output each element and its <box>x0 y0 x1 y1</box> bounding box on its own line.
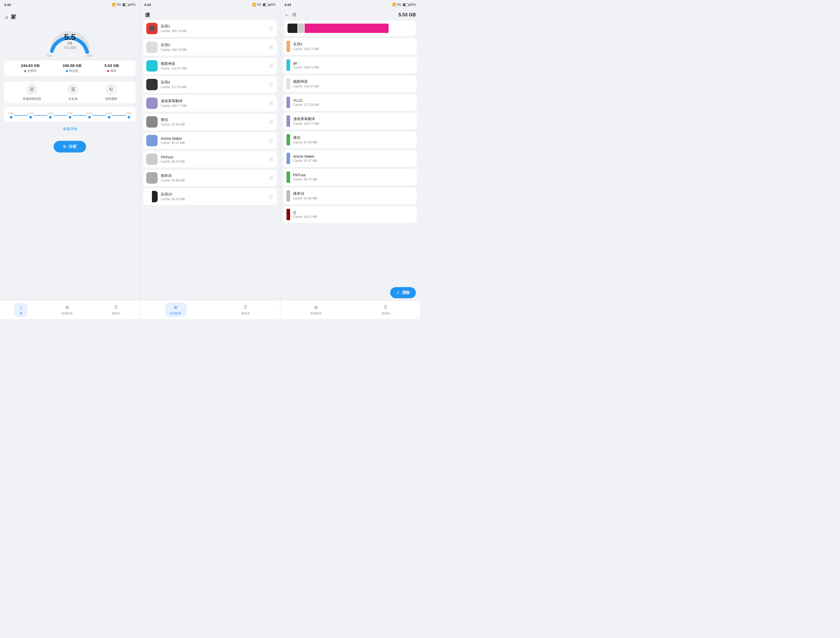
back-button[interactable]: ← <box>284 12 290 18</box>
stat-used: 240.58 GB 用过的 <box>63 63 82 73</box>
detail-color-0 <box>286 41 290 52</box>
realtime-cache-icon: ↻ <box>106 84 117 95</box>
nav-apps-icon-1: ≋ <box>65 304 69 310</box>
realtime-cache-button[interactable]: ↻ 实时缓存 <box>105 84 117 101</box>
chart-seg-0 <box>287 24 298 33</box>
app-size-0: Cache: 358.73 MB <box>161 29 268 33</box>
app-size-2: Cache: 130.47 MB <box>161 66 268 70</box>
nav-more-1[interactable]: ⠿ 更多的 <box>107 303 125 317</box>
detail-total: 5.53 GB <box>398 12 416 17</box>
wifi-icon-1: 5G <box>117 3 121 6</box>
list-item[interactable]: 痛单词 Cache: 54.88 MB › <box>143 169 276 186</box>
nav-apps-3[interactable]: ≋ 应用程序 <box>305 303 327 317</box>
list-item[interactable]: 漫画屏幕翻译 Cache: 108.77 MB › <box>143 95 276 111</box>
app-icon-5 <box>146 116 158 128</box>
gauge-pct-right: 100% <box>86 54 93 57</box>
detail-color-1 <box>286 59 290 71</box>
whitelist-label: 白名单 <box>68 97 78 101</box>
nav-more-label-2: 更多的 <box>242 312 250 315</box>
nav-apps-label-1: 应用程序 <box>62 312 73 315</box>
progress-dots-row: 0 KB 0 KB 0 KB 0 KB 0 KB <box>8 112 131 119</box>
detail-short-title: 缓 <box>292 12 296 17</box>
detail-size-7: Cache: 68.76 MB <box>293 178 414 181</box>
detail-item-3: VLLO Cache: 127.29 MB <box>283 94 417 111</box>
app-info-6: Anime Maker Cache: 85.37 MB <box>161 136 268 145</box>
status-right-2: 📶 5G 40% <box>252 3 276 6</box>
bottom-nav-3: ≋ 应用程序 ⠿ 更多的 <box>280 300 420 319</box>
detail-item-7: PKPure Cache: 68.76 MB <box>283 169 417 185</box>
dot-red <box>107 70 109 72</box>
nav-more-2[interactable]: ⠿ 更多的 <box>236 303 255 317</box>
signal-icon-1: 📶 <box>112 3 116 6</box>
detail-info-5: 微信 Cache: 87.95 MB <box>293 135 414 144</box>
app-info-9: 应用10 Cache: 50.01 MB <box>161 192 268 201</box>
detail-name-1: ge <box>293 61 414 65</box>
app-icon-9 <box>146 191 158 202</box>
progress-section: 0 KB 0 KB 0 KB 0 KB 0 KB <box>4 107 136 122</box>
battery-1 <box>123 3 128 6</box>
nav-more-3[interactable]: ⠿ 更多的 <box>376 303 395 317</box>
clean-button[interactable]: ✓ 清除 <box>390 287 416 298</box>
app-icon-3 <box>146 79 158 90</box>
dot-blue <box>66 70 68 72</box>
list-item[interactable]: 应用10 Cache: 50.01 MB › <box>143 188 276 205</box>
app-info-5: 微信 Cache: 87.95 MB <box>161 117 268 126</box>
detail-color-9 <box>286 209 290 220</box>
app-size-4: Cache: 108.77 MB <box>161 104 268 108</box>
battery-pct-3: 40% <box>410 3 416 6</box>
chevron-6: › <box>268 138 274 143</box>
nav-apps-label-2: 应用程序 <box>170 312 182 315</box>
list-item[interactable]: 微信 Cache: 87.95 MB › <box>143 114 276 130</box>
list-item[interactable]: 应用2 Cache: 248.73 MB › <box>143 39 276 55</box>
chevron-8: › <box>268 175 274 180</box>
analyze-button[interactable]: ↻ 分析 <box>54 141 86 152</box>
nav-more-label-1: 更多的 <box>112 312 120 315</box>
app-name-2: 截图神器 <box>161 62 268 66</box>
app-name-6: Anime Maker <box>161 136 268 141</box>
app-icon-6 <box>146 135 158 146</box>
nav-home-1[interactable]: ⌂ 家 <box>14 303 28 317</box>
whitelist-icon: ☰ <box>68 84 79 95</box>
nav-home-icon-1: ⌂ <box>19 304 22 310</box>
detail-color-3 <box>286 97 290 108</box>
detail-size-0: Cache: 358.73 MB <box>293 47 414 51</box>
detail-name-5: 微信 <box>293 135 414 140</box>
list-item[interactable]: 应用1 Cache: 358.73 MB › <box>143 20 276 37</box>
app-info-2: 截图神器 Cache: 130.47 MB <box>161 62 268 70</box>
nav-more-icon-2: ⠿ <box>244 304 248 310</box>
chevron-0: › <box>268 26 274 31</box>
app-name-3: 应用4 <box>161 80 268 85</box>
stat-total: 244.63 GB 全部的 <box>21 63 39 73</box>
app-name-4: 漫画屏幕翻译 <box>161 99 268 103</box>
detail-name-2: 截图神器 <box>293 79 414 84</box>
app-list: 应用1 Cache: 358.73 MB › 应用2 Cache: 248.73… <box>140 20 280 319</box>
detail-item-1: ge Cache: 248.73 MB <box>283 57 417 73</box>
list-item[interactable]: 应用4 Cache: 127.29 MB › <box>143 76 276 93</box>
app-info-4: 漫画屏幕翻译 Cache: 108.77 MB <box>161 99 268 108</box>
whitelist-button[interactable]: ☰ 白名单 <box>68 84 79 101</box>
clean-label: 清除 <box>402 290 410 295</box>
detail-color-7 <box>286 171 290 183</box>
status-bar-2: 4:34 📶 5G 40% <box>140 0 280 9</box>
storage-detail-button[interactable]: ☰ 存储详细信息 <box>22 84 41 101</box>
list-item[interactable]: 截图神器 Cache: 130.47 MB › <box>143 58 276 74</box>
nav-apps-2[interactable]: ≋ 应用程序 <box>165 303 187 317</box>
app-info-3: 应用4 Cache: 127.29 MB <box>161 80 268 89</box>
signal-icon-3: 📶 <box>392 3 396 6</box>
storage-detail-label: 存储详细信息 <box>22 97 41 101</box>
nav-apps-icon-2: ≋ <box>174 304 178 310</box>
detail-info-3: VLLO Cache: 127.29 MB <box>293 98 414 107</box>
app-icon-1 <box>146 41 158 53</box>
nav-apps-label-3: 应用程序 <box>310 312 322 315</box>
nav-apps-1[interactable]: ≋ 应用程序 <box>56 303 78 317</box>
nav-home-label-1: 家 <box>20 312 22 315</box>
list-item[interactable]: Anime Maker Cache: 85.37 MB › <box>143 132 276 149</box>
app-name-1: 应用2 <box>161 43 268 47</box>
detail-info-1: ge Cache: 248.73 MB <box>293 61 414 69</box>
app-icon-0 <box>146 23 158 34</box>
list-item[interactable]: PKPure Cache: 68.76 MB › <box>143 151 276 168</box>
time-3: 4:34 <box>284 3 291 7</box>
gauge-label: 可以清除 <box>64 46 76 50</box>
view-details-link[interactable]: 查看详情 <box>0 125 140 133</box>
detail-info-6: Anime Maker Cache: 85.37 MB <box>293 154 414 163</box>
